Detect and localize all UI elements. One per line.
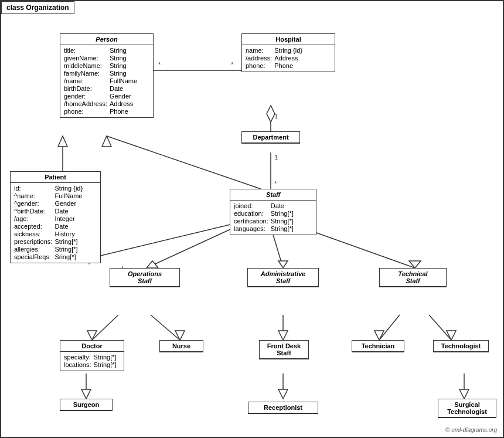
- department-header: Department: [242, 132, 299, 143]
- technologist-header: Technologist: [434, 341, 488, 352]
- svg-marker-26: [175, 331, 185, 340]
- svg-marker-11: [58, 136, 67, 147]
- patient-class: Patient id:String {id} ^name:FullName ^g…: [10, 171, 101, 263]
- svg-marker-18: [147, 261, 158, 268]
- operations-staff-class: Operations Staff: [110, 268, 180, 287]
- person-body: title:String givenName:String middleName…: [60, 45, 153, 117]
- administrative-staff-header: Administrative Staff: [248, 269, 318, 287]
- person-header: Person: [60, 34, 153, 45]
- doctor-class: Doctor specialty:String[*] locations:Str…: [60, 340, 124, 371]
- surgical-technologist-header: Surgical Technologist: [438, 399, 496, 417]
- administrative-staff-class: Administrative Staff: [247, 268, 319, 287]
- receptionist-header: Receptionist: [248, 402, 318, 413]
- svg-line-25: [151, 315, 180, 340]
- surgical-technologist-class: Surgical Technologist: [438, 399, 496, 418]
- svg-text:*: *: [158, 61, 161, 68]
- patient-header: Patient: [11, 172, 100, 183]
- svg-line-14: [86, 224, 233, 259]
- svg-marker-22: [409, 261, 421, 268]
- operations-staff-header: Operations Staff: [110, 269, 179, 287]
- svg-line-23: [92, 315, 118, 340]
- hospital-header: Hospital: [242, 34, 335, 45]
- svg-line-29: [379, 315, 400, 340]
- diagram-container: class Organization * * 1 * 1 * * *: [0, 0, 504, 438]
- person-class: Person title:String givenName:String mid…: [60, 33, 154, 118]
- patient-body: id:String {id} ^name:FullName ^gender:Ge…: [11, 183, 100, 263]
- staff-class: Staff joined:Date education:String[*] ce…: [230, 189, 316, 235]
- surgeon-header: Surgeon: [60, 399, 112, 410]
- svg-text:1: 1: [274, 154, 278, 161]
- hospital-body: name:String {id} /address:Address phone:…: [242, 45, 335, 72]
- svg-marker-36: [278, 389, 288, 399]
- doctor-body: specialty:String[*] locations:String[*]: [60, 352, 124, 371]
- svg-marker-28: [278, 331, 288, 340]
- nurse-class: Nurse: [159, 340, 203, 352]
- svg-text:*: *: [231, 61, 234, 68]
- nurse-header: Nurse: [160, 341, 203, 352]
- technical-staff-class: Technical Staff: [379, 268, 447, 287]
- technician-class: Technician: [352, 340, 404, 352]
- svg-line-21: [300, 227, 415, 268]
- copyright: © uml-diagrams.org: [445, 427, 497, 433]
- front-desk-staff-header: Front Desk Staff: [260, 341, 308, 359]
- technical-staff-header: Technical Staff: [380, 269, 446, 287]
- staff-body: joined:Date education:String[*] certific…: [230, 201, 316, 235]
- technician-header: Technician: [352, 341, 404, 352]
- svg-line-31: [429, 315, 451, 340]
- svg-line-17: [147, 227, 236, 268]
- svg-marker-38: [459, 389, 469, 399]
- diagram-title: class Organization: [1, 1, 74, 14]
- technologist-class: Technologist: [433, 340, 489, 352]
- svg-marker-30: [374, 331, 384, 340]
- svg-marker-4: [267, 106, 275, 122]
- svg-text:1: 1: [274, 113, 278, 120]
- svg-line-12: [107, 136, 271, 192]
- doctor-header: Doctor: [60, 341, 124, 352]
- receptionist-class: Receptionist: [248, 402, 318, 414]
- hospital-class: Hospital name:String {id} /address:Addre…: [241, 33, 335, 72]
- svg-marker-24: [87, 331, 97, 340]
- staff-header: Staff: [230, 189, 316, 201]
- svg-marker-34: [81, 389, 91, 399]
- svg-marker-20: [278, 261, 288, 268]
- svg-marker-13: [102, 136, 111, 147]
- svg-text:*: *: [274, 180, 277, 187]
- department-class: Department: [241, 131, 300, 144]
- front-desk-staff-class: Front Desk Staff: [259, 340, 309, 359]
- svg-marker-32: [447, 331, 456, 340]
- surgeon-class: Surgeon: [60, 399, 113, 411]
